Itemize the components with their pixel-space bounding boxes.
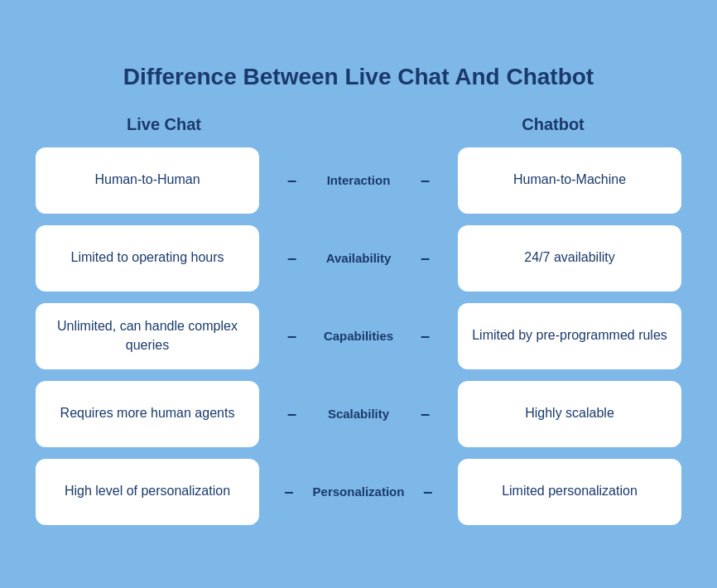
live-box-2: Unlimited, can handle complex queries — [36, 303, 259, 369]
badge-1: Availability — [301, 243, 416, 273]
badge-4: Personalization — [298, 476, 420, 507]
chat-box-3: Highly scalable — [458, 381, 681, 447]
comparison-rows: Human-to-HumanInteractionHuman-to-Machin… — [36, 147, 681, 525]
column-headers: Live Chat Chatbot — [36, 115, 681, 134]
chat-box-4: Limited personalization — [458, 459, 681, 525]
badge-0: Interaction — [301, 165, 416, 195]
comparison-row: Requires more human agentsScalabilityHig… — [36, 381, 681, 447]
live-box-1: Limited to operating hours — [36, 225, 259, 292]
chat-box-0: Human-to-Machine — [458, 147, 681, 214]
comparison-row: Limited to operating hoursAvailability24… — [36, 225, 681, 292]
comparison-row: Human-to-HumanInteractionHuman-to-Machin… — [36, 147, 681, 214]
live-box-3: Requires more human agents — [36, 381, 259, 447]
chat-box-1: 24/7 availability — [458, 225, 681, 292]
chat-box-2: Limited by pre-programmed rules — [458, 303, 681, 369]
page-title: Difference Between Live Chat And Chatbot — [36, 64, 681, 90]
badge-3: Scalability — [301, 398, 416, 429]
main-container: Difference Between Live Chat And Chatbot… — [19, 39, 698, 550]
live-box-4: High level of personalization — [36, 459, 259, 525]
comparison-row: Unlimited, can handle complex queriesCap… — [36, 303, 681, 369]
live-chat-header: Live Chat — [52, 115, 276, 134]
chatbot-header: Chatbot — [441, 115, 665, 134]
badge-2: Capabilities — [301, 321, 416, 351]
live-box-0: Human-to-Human — [36, 147, 259, 214]
comparison-row: High level of personalizationPersonaliza… — [36, 459, 681, 525]
